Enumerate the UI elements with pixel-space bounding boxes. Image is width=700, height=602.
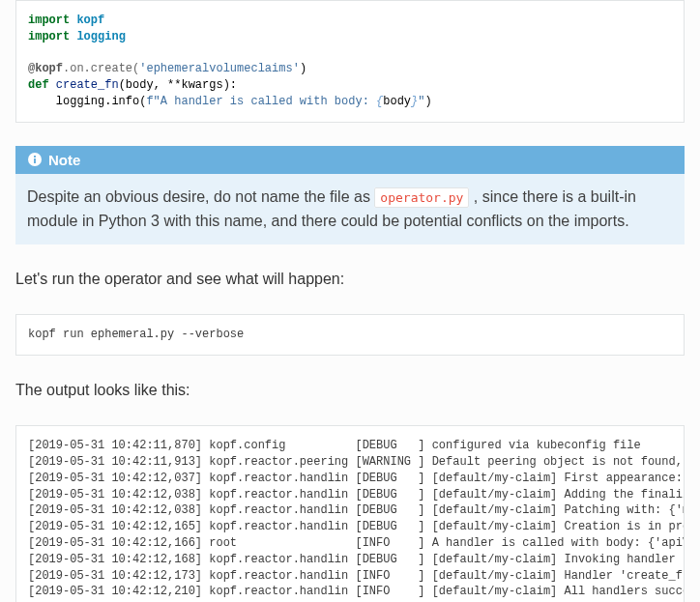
paragraph-output: The output looks like this: (15, 379, 685, 402)
log-line: [2019-05-31 10:42:12,173] kopf.reactor.h… (28, 569, 685, 583)
shell-code-block: kopf run ephemeral.py --verbose (15, 314, 685, 356)
fn-name: create_fn (56, 78, 119, 92)
log-line: [2019-05-31 10:42:12,210] kopf.reactor.h… (28, 585, 685, 598)
punct: ) (424, 95, 431, 108)
decorator: @kopf (28, 62, 63, 75)
log-line: [2019-05-31 10:42:11,913] kopf.reactor.p… (28, 455, 685, 469)
mod-kopf: kopf (76, 14, 104, 27)
punct: ) (300, 62, 306, 75)
paragraph-run: Let's run the operator and see what will… (15, 268, 685, 291)
python-code-block: import kopf import logging @kopf.on.crea… (15, 0, 685, 123)
log-line: [2019-05-31 10:42:12,038] kopf.reactor.h… (28, 488, 685, 502)
note-title-bar: Note (15, 146, 685, 174)
svg-rect-1 (34, 158, 36, 163)
svg-rect-2 (34, 156, 36, 158)
string: 'ephemeralvolumeclaims' (139, 62, 300, 75)
output-block: [2019-05-31 10:42:11,870] kopf.config [D… (15, 425, 685, 602)
punct: .on.create( (63, 62, 139, 75)
log-line: [2019-05-31 10:42:12,037] kopf.reactor.h… (28, 472, 685, 485)
kw-def: def (28, 78, 49, 92)
fstring: f"A handler is called with body: (146, 95, 376, 108)
info-circle-icon (27, 152, 43, 167)
note-admonition: Note Despite an obvious desire, do not n… (15, 146, 685, 245)
shell-cmd: kopf run ephemeral.py --verbose (28, 328, 244, 341)
log-line: [2019-05-31 10:42:12,038] kopf.reactor.h… (28, 503, 685, 517)
note-body: Despite an obvious desire, do not name t… (15, 174, 685, 245)
log-line: [2019-05-31 10:42:12,168] kopf.reactor.h… (28, 553, 685, 566)
var: body (383, 95, 411, 108)
note-text-pre: Despite an obvious desire, do not name t… (27, 188, 374, 205)
note-title-text: Note (48, 152, 80, 168)
kw-import: import (28, 30, 70, 43)
inline-code-operator-py: operator.py (374, 187, 469, 208)
log-line: [2019-05-31 10:42:12,166] root [INFO ] A… (28, 536, 685, 550)
call: logging.info( (28, 95, 146, 108)
sig: (body, **kwargs): (119, 78, 237, 92)
kw-import: import (28, 14, 70, 27)
mod-logging: logging (76, 30, 125, 43)
log-line: [2019-05-31 10:42:11,870] kopf.config [D… (28, 439, 641, 452)
log-line: [2019-05-31 10:42:12,165] kopf.reactor.h… (28, 520, 685, 533)
